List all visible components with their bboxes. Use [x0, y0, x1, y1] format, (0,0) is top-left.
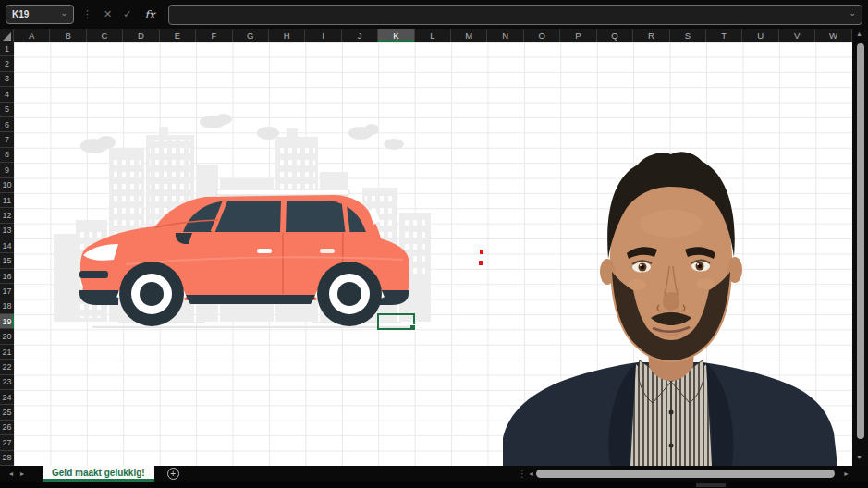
bottom-strip-segment — [696, 483, 726, 487]
bottom-window-strip — [0, 482, 868, 488]
hscroll-right-arrow[interactable]: ► — [843, 470, 850, 477]
sheet-nav-right-icon[interactable]: ▸ — [20, 470, 24, 478]
column-header-K[interactable]: K — [378, 29, 414, 42]
hscroll-left-arrow[interactable]: ◄ — [528, 470, 534, 477]
column-header-A[interactable]: A — [14, 29, 50, 42]
sheet-nav-left-icon[interactable]: ◂ — [9, 470, 13, 478]
sheet-tab-active[interactable]: Geld maakt gelukkig! — [43, 466, 154, 482]
column-header-B[interactable]: B — [50, 29, 86, 42]
row-header-22[interactable]: 22 — [0, 360, 14, 374]
row-header-15[interactable]: 15 — [0, 253, 14, 268]
vertical-scrollbar: ▲ ▼ — [852, 29, 868, 466]
column-header-row: ABCDEFGHIJKLMNOPQRSTUVW — [0, 29, 852, 42]
column-header-R[interactable]: R — [633, 29, 669, 42]
vertical-scrollbar-thumb[interactable] — [857, 43, 864, 439]
column-header-V[interactable]: V — [779, 29, 815, 42]
row-header-19[interactable]: 19 — [0, 314, 14, 329]
row-header-9[interactable]: 9 — [0, 163, 14, 177]
column-header-T[interactable]: T — [706, 29, 742, 42]
name-box[interactable]: K19 ⌄ — [6, 5, 74, 24]
column-header-U[interactable]: U — [742, 29, 778, 42]
select-all-corner[interactable] — [0, 29, 14, 42]
check-icon[interactable]: ✓ — [123, 8, 131, 20]
add-sheet-button[interactable]: + — [167, 468, 179, 480]
column-header-H[interactable]: H — [269, 29, 305, 42]
corner-triangle-icon — [3, 32, 11, 41]
horizontal-scrollbar-thumb[interactable] — [536, 470, 835, 478]
row-headers: 1234567891011121314151617181920212223242… — [0, 42, 14, 466]
sheet-tab-label: Geld maakt gelukkig! — [52, 468, 145, 478]
row-header-14[interactable]: 14 — [0, 238, 14, 253]
column-header-J[interactable]: J — [342, 29, 378, 42]
row-header-27[interactable]: 27 — [0, 435, 14, 450]
column-header-N[interactable]: N — [487, 29, 523, 42]
column-header-L[interactable]: L — [415, 29, 451, 42]
row-header-26[interactable]: 26 — [0, 421, 14, 435]
column-header-S[interactable]: S — [670, 29, 706, 42]
vscroll-down-arrow[interactable]: ▼ — [856, 454, 862, 460]
row-header-6[interactable]: 6 — [0, 117, 14, 132]
row-header-12[interactable]: 12 — [0, 208, 14, 223]
column-header-O[interactable]: O — [524, 29, 560, 42]
formula-expand-chevron-icon[interactable]: ⌄ — [849, 9, 856, 18]
row-header-2[interactable]: 2 — [0, 56, 14, 71]
row-header-3[interactable]: 3 — [0, 72, 14, 87]
row-header-13[interactable]: 13 — [0, 224, 14, 238]
sheet-tab-bar: ◂ ▸ Geld maakt gelukkig! + ⋮ ◄ ► — [0, 466, 868, 482]
row-header-23[interactable]: 23 — [0, 375, 14, 390]
column-header-P[interactable]: P — [560, 29, 596, 42]
excel-window: K19 ⌄ ⋮ ✕ ✓ fx ⌄ ABCDEFGHIJKLMNOPQRSTUVW… — [0, 0, 868, 488]
row-header-28[interactable]: 28 — [0, 451, 14, 466]
column-header-W[interactable]: W — [815, 29, 851, 42]
row-header-24[interactable]: 24 — [0, 390, 14, 405]
red-dot-bottom — [479, 261, 483, 265]
row-header-1[interactable]: 1 — [0, 42, 14, 56]
cancel-icon[interactable]: ✕ — [104, 8, 112, 20]
column-headers: ABCDEFGHIJKLMNOPQRSTUVW — [14, 29, 852, 42]
column-header-G[interactable]: G — [233, 29, 269, 42]
row-header-20[interactable]: 20 — [0, 329, 14, 344]
fx-icon[interactable]: fx — [144, 8, 154, 21]
column-header-F[interactable]: F — [196, 29, 232, 42]
car-city-illustration — [37, 109, 434, 328]
fill-handle[interactable] — [410, 324, 416, 331]
row-header-11[interactable]: 11 — [0, 193, 14, 208]
column-header-I[interactable]: I — [305, 29, 341, 42]
column-header-Q[interactable]: Q — [597, 29, 633, 42]
column-header-C[interactable]: C — [87, 29, 123, 42]
row-header-4[interactable]: 4 — [0, 87, 14, 102]
presenter-webcam — [499, 146, 841, 466]
column-header-M[interactable]: M — [451, 29, 487, 42]
selected-cell-K19[interactable] — [377, 313, 415, 330]
name-box-value: K19 — [12, 9, 29, 19]
row-header-7[interactable]: 7 — [0, 132, 14, 147]
row-header-16[interactable]: 16 — [0, 269, 14, 284]
row-header-8[interactable]: 8 — [0, 148, 14, 163]
red-dot-top — [480, 250, 483, 254]
row-header-18[interactable]: 18 — [0, 299, 14, 314]
chevron-down-icon[interactable]: ⌄ — [60, 9, 67, 18]
row-header-5[interactable]: 5 — [0, 103, 14, 117]
row-header-21[interactable]: 21 — [0, 345, 14, 360]
vscroll-up-arrow[interactable]: ▲ — [856, 30, 862, 37]
row-header-25[interactable]: 25 — [0, 405, 14, 420]
separator-dots-icon: ⋮ — [82, 8, 92, 20]
column-header-E[interactable]: E — [160, 29, 196, 42]
formula-input[interactable]: ⌄ — [168, 5, 862, 25]
scrollbar-grip-icon[interactable]: ⋮ — [518, 469, 526, 479]
row-header-17[interactable]: 17 — [0, 284, 14, 299]
formula-bar-region: K19 ⌄ ⋮ ✕ ✓ fx ⌄ — [0, 0, 868, 29]
row-header-10[interactable]: 10 — [0, 178, 14, 193]
column-header-D[interactable]: D — [123, 29, 159, 42]
